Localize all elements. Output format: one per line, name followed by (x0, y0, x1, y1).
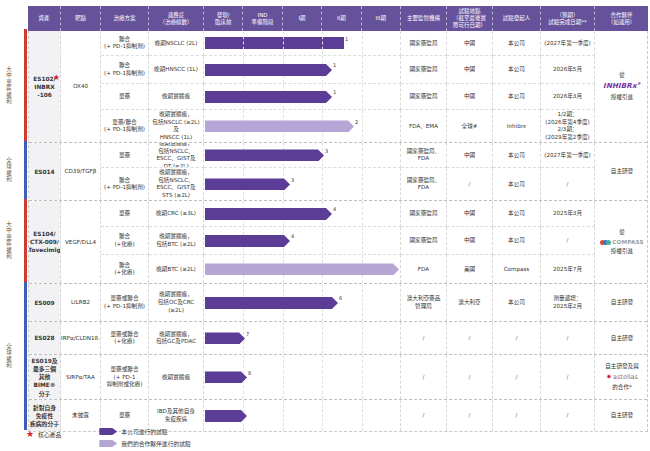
partner-cell: 自主研發 (595, 143, 649, 200)
partner-stack: 自主研發 (611, 299, 633, 307)
phase-gridline (283, 400, 284, 431)
phase-progress-bar (205, 64, 332, 76)
partner-cell: 從INHIBRx®授權引進 (595, 31, 649, 142)
milestone-cell: / (541, 355, 595, 399)
partner-stack: 自主研發及與✷astellas的合作* (605, 363, 639, 392)
location-cell: 中國 (447, 84, 493, 110)
indication-cell: 晚期實體瘤 (149, 355, 204, 399)
phase-gridline (362, 322, 363, 354)
bar-wrap: 6 (204, 297, 400, 309)
regimen-cell: 聯合 (+ PD-1抑制劑) (101, 56, 149, 84)
bar-wrap: 8 (204, 371, 400, 383)
indication-cell: 晚期BTC (≥2L) (149, 255, 204, 283)
location-cell: 澳大利亞 (447, 284, 493, 321)
header-col-10: 試驗地點 （截至最後實 際可行日期） (446, 6, 492, 31)
phase-track-cell: 1 (204, 84, 401, 110)
partner-trial-bar-icon (99, 440, 117, 447)
phase-progress-bar (205, 120, 354, 132)
location-cell: / (447, 322, 493, 354)
location-cell: / (447, 168, 493, 200)
sponsor-cell: / (493, 400, 541, 431)
milestone-cell: / (541, 322, 595, 354)
phase-track-cell: 4 (204, 227, 401, 255)
bar-wrap: 2 (204, 120, 400, 132)
phase-gridline (322, 322, 323, 354)
sponsor-cell: 本公司 (493, 143, 541, 168)
compass-logo-text: COMPASS (612, 239, 644, 247)
our-trial-bar-icon (99, 428, 117, 435)
milestone-cell: 1/2期： (2026年第4季度) 2/3期： (2029年第2季度) (541, 110, 595, 142)
phase-progress-bar (205, 410, 247, 422)
pipeline-block-2: ES104/ CTX-009/ TovecimigVEGF/DLL4單藥晚期CR… (29, 201, 647, 284)
header-col-0: 資產 (28, 6, 60, 31)
location-cell: 全球# (447, 110, 493, 142)
target-cell: VEGF/DLL4 (61, 201, 101, 283)
rights-segment-label: 全球權利 (3, 141, 15, 199)
phase-track-cell: 3 (204, 143, 401, 168)
milestone-cell: 2025年7月 (541, 255, 595, 283)
regulator-cell: 澳大利亞藥品 管理局 (401, 284, 447, 321)
rights-segment-label: 大中華區權利 (3, 199, 15, 282)
rights-segment-line (24, 282, 27, 430)
regimen-cell: 聯合 (+化療) (101, 255, 149, 283)
phase-progress-bar (205, 178, 290, 190)
asset-cell: ES104/ CTX-009/ Tovecimig (29, 201, 61, 283)
phase-gridline (362, 143, 363, 167)
milestone-cell: / (541, 168, 595, 200)
phase-gridline (362, 168, 363, 200)
bar-footnote-sup: 5 (400, 262, 401, 269)
location-cell: 中國 (447, 56, 493, 84)
indication-cell: 晚期實體瘤， 包括OC及CRC (≥2L) (149, 284, 204, 321)
phase-track-cell: 7 (204, 322, 401, 354)
phase-progress-bar (205, 235, 290, 247)
core-product-star-icon: ★ (26, 430, 34, 439)
partner-stack: 自主研發 (611, 335, 633, 343)
legend-partner-trials: 我們的合作夥伴進行的試驗 (99, 439, 191, 448)
header-col-8: III期 (361, 6, 400, 31)
sponsor-cell: 本公司 (493, 168, 541, 200)
regulator-cell: 國家藥監局、 FDA (401, 168, 447, 200)
header-col-5: IND 準備階段 (242, 6, 281, 31)
location-cell: 中國 (447, 143, 493, 168)
regimen-cell: 單藥/聯合 (+ PD-1抑制劑) (101, 110, 149, 142)
asset-cell: ES019及 最多三個 其他BiME® 分子 (29, 355, 61, 399)
milestone-cell: 2026年3月 (541, 84, 595, 110)
phase-progress-bar (205, 149, 324, 161)
table-header-row: 資產靶點治療方案適應症 （治療線數）發現/ 臨床前IND 準備階段I期II期II… (28, 6, 648, 31)
pipeline-table: 資產靶點治療方案適應症 （治療線數）發現/ 臨床前IND 準備階段I期II期II… (28, 6, 648, 432)
phase-track-cell: 5 (204, 255, 401, 283)
indication-cell: 晚期HNSCC (1L) (149, 56, 204, 84)
indication-cell: 晚期NSCLC (2L) (149, 31, 204, 56)
milestone-cell: 劑量遞增： 2025年2月 (541, 284, 595, 321)
partner-post-text: 的合作* (612, 384, 632, 392)
milestone-cell: / (541, 400, 595, 431)
partner-cell: 自主研發 (595, 284, 649, 321)
target-cell: OX40 (61, 31, 101, 142)
partner-text: 自主研發 (611, 299, 633, 307)
bar-footnote-sup: 4 (333, 206, 336, 213)
header-col-1: 靶點 (60, 6, 100, 31)
regulator-cell: 國家藥監局 (401, 227, 447, 255)
legend-partner-trials-label: 我們的合作夥伴進行的試驗 (121, 439, 191, 448)
target-cell: CD39/TGFβ (61, 143, 101, 200)
phase-gridline (243, 31, 244, 55)
rights-segment-line (24, 29, 27, 141)
phase-progress-bar (205, 371, 247, 383)
bar-wrap: 1 (204, 37, 400, 49)
pipeline-block-1: ES014CD39/TGFβ單藥晚期實體瘤， 包括NSCLC、 ESCC、GIS… (29, 143, 647, 201)
header-col-2: 治療方案 (100, 6, 148, 31)
phase-gridline (362, 201, 363, 226)
legend-core-product-label: 核心產品 (38, 430, 61, 439)
regimen-cell: 聯合 (+化療) (101, 227, 149, 255)
bar-footnote-sup: 7 (246, 331, 249, 338)
sponsor-cell: 本公司 (493, 284, 541, 321)
location-cell: 中國 (447, 31, 493, 56)
pipeline-block-5: ES019及 最多三個 其他BiME® 分子SIRPα/TAA單藥或聯合 (+ … (29, 355, 647, 400)
astellas-logo-text: astellas (613, 373, 638, 382)
phase-gridline (362, 284, 363, 321)
regimen-cell: 單藥 (101, 201, 149, 227)
header-col-13: 合作夥伴 （如適用） (594, 6, 648, 31)
partner-stack: 自主研發 (611, 168, 633, 176)
sponsor-cell: / (493, 322, 541, 354)
regimen-cell: 聯合 (+ PD-1抑制劑) (101, 31, 149, 56)
